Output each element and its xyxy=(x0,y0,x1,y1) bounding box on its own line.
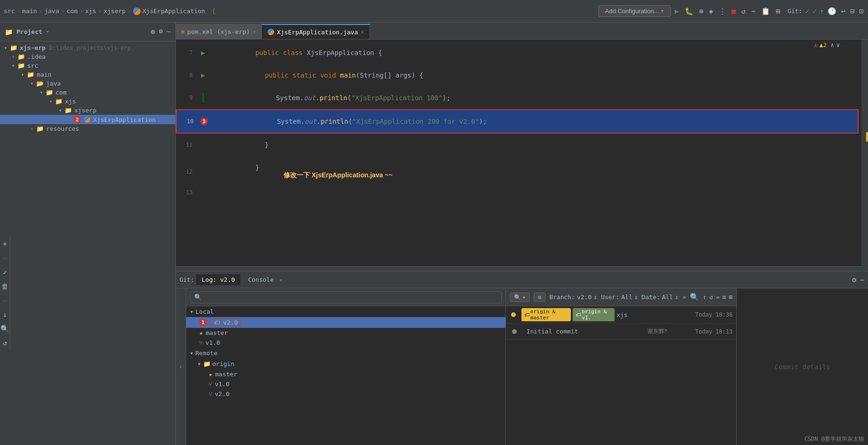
branch-master-local[interactable]: ★ master xyxy=(186,328,505,338)
commit-tags-1: 🏷 origin & master 🏷 origin & v1. xjs xyxy=(521,308,628,321)
java-tab-icon xyxy=(268,29,274,35)
run-gutter-7[interactable]: ▶ xyxy=(198,49,208,56)
tree-item-src[interactable]: ▾ 📁 src xyxy=(0,61,175,70)
action-check-icon[interactable]: ✓ xyxy=(3,268,7,277)
commits-prev-icon[interactable]: ↑ xyxy=(703,294,707,301)
tree-item-idea[interactable]: › 📁 .idea xyxy=(0,52,175,61)
collapse-sidebar-button[interactable]: ‹ xyxy=(176,288,186,445)
console-tab-close[interactable]: ✕ xyxy=(279,277,283,283)
action-add-icon[interactable]: + xyxy=(3,240,7,248)
breadcrumb-com[interactable]: com xyxy=(67,8,78,15)
filter-search-button[interactable]: 🔍 ▾ xyxy=(510,293,530,302)
breadcrumb-class[interactable]: XjsErpApplication xyxy=(133,8,205,15)
layout-icon[interactable]: ⊞ xyxy=(775,6,781,16)
git-check2-icon[interactable]: ✓ xyxy=(813,7,817,16)
commit-row-1[interactable]: 🏷 origin & master 🏷 origin & v1. xjs xyxy=(506,306,736,324)
action-search-icon[interactable]: 🔍 xyxy=(0,325,9,333)
run-icon[interactable]: ▶ xyxy=(674,6,680,16)
tree-item-xjserpapp[interactable]: 2 XjsErpApplication xyxy=(0,115,175,124)
action-delete-icon[interactable]: 🗑 xyxy=(1,282,8,291)
commit-row-2[interactable]: Initial commit 谢东辉* Today 18:13 xyxy=(506,324,736,340)
git-search-box[interactable]: 🔍 xyxy=(190,291,502,303)
tree-arrow-root: ▾ xyxy=(2,45,9,50)
tree-item-resources[interactable]: › 📁 resources xyxy=(0,124,175,133)
tree-item-xjs[interactable]: ▾ 📁 xjs xyxy=(0,97,175,106)
more2-icon[interactable]: ⋯ xyxy=(750,6,757,16)
warning-up-icon[interactable]: ∧ xyxy=(830,41,834,48)
more-icon[interactable]: ⋮ xyxy=(718,6,727,16)
breadcrumb-main[interactable]: main xyxy=(22,8,37,15)
breadcrumb-xjs[interactable]: xjs xyxy=(85,8,96,15)
branch-origin-master[interactable]: ★ master xyxy=(186,369,505,379)
breadcrumb-xjserp[interactable]: xjserp xyxy=(103,8,126,15)
branch-v2-0[interactable]: 1 🏷 v2.0 xyxy=(186,317,505,328)
commits-more-icon[interactable]: » xyxy=(716,294,720,301)
commits-undo-icon[interactable]: ↺ xyxy=(710,294,713,301)
git-copy-icon[interactable]: ⊟ xyxy=(849,6,855,16)
tree-item-xjserp[interactable]: ▾ 📁 xjserp xyxy=(0,106,175,115)
branch-origin-v2-0[interactable]: ⑂ v2.0 xyxy=(186,389,505,399)
branch-origin-v1-0[interactable]: ⑂ v1.0 xyxy=(186,379,505,389)
git-push-icon[interactable]: ↑ xyxy=(820,8,823,15)
date-filter-label: Date: xyxy=(642,294,660,301)
code-area[interactable]: 7 ▶ public class XjsErpApplication { 8 ▶… xyxy=(176,40,868,266)
commits-list-icon[interactable]: ≡ xyxy=(722,294,726,301)
sidebar-dropdown-icon[interactable]: ▾ xyxy=(46,29,49,35)
filter-settings-button[interactable]: ⚙ xyxy=(534,293,545,302)
date-filter-arrow[interactable]: ⇕ xyxy=(675,294,679,301)
origin-group-header[interactable]: ▾ 📁 origin xyxy=(186,358,505,369)
add-configuration-button[interactable]: Add Configuration... ▾ xyxy=(598,5,671,17)
tab-log[interactable]: Log: v2.0 xyxy=(196,274,240,285)
sidebar-close-icon[interactable]: — xyxy=(166,27,170,36)
tag-icon: 🏷 xyxy=(214,319,220,326)
date-filter-value[interactable]: All xyxy=(662,294,673,301)
debug-icon[interactable]: 🐛 xyxy=(684,6,694,16)
breadcrumb-src[interactable]: src xyxy=(4,8,15,15)
commits-grid-icon[interactable]: ⊞ xyxy=(729,294,733,301)
git-revert-icon[interactable]: ↩ xyxy=(840,6,846,16)
more-filters-icon[interactable]: » xyxy=(682,294,686,301)
profile-icon[interactable]: ◈ xyxy=(708,6,714,16)
user-filter-value[interactable]: All xyxy=(621,294,632,301)
tab-pom-close[interactable]: ✕ xyxy=(253,29,256,35)
remote-group-header[interactable]: ▾ Remote xyxy=(186,348,505,358)
bottom-settings-icon[interactable]: ⚙ xyxy=(852,276,856,284)
sidebar-settings-icon[interactable]: ⚙ xyxy=(159,27,163,36)
vcs-icon[interactable]: 📋 xyxy=(760,6,771,16)
tab-xjserp-java[interactable]: XjsErpApplication.java ✕ xyxy=(262,24,370,39)
code-line-12: 12 } 修改一下 XjsErpApplication.java ~~ xyxy=(176,156,859,187)
branch-v1-0-local[interactable]: ⑂ v1.0 xyxy=(186,338,505,348)
collapse-left-icon: ‹ xyxy=(179,363,182,370)
coverage-icon[interactable]: ⊕ xyxy=(698,6,704,16)
rerun-icon[interactable]: ↺ xyxy=(741,6,747,16)
run-gutter-8[interactable]: ▶ xyxy=(198,72,208,79)
action-refresh-icon[interactable]: ↺ xyxy=(3,339,7,347)
tab-console[interactable]: Console ✕ xyxy=(242,274,288,285)
bottom-minimize-icon[interactable]: — xyxy=(860,276,864,284)
tab-java-close[interactable]: ✕ xyxy=(361,29,364,35)
warning-down-icon[interactable]: ∨ xyxy=(836,41,840,48)
local-group-header[interactable]: ▾ Local xyxy=(186,306,505,317)
commits-search-icon[interactable]: 🔍 xyxy=(690,293,699,302)
stop-icon[interactable]: ■ xyxy=(731,6,737,16)
tree-arrow-src: ▾ xyxy=(9,63,17,68)
git-window-icon[interactable]: ⊡ xyxy=(858,6,864,16)
tree-item-java[interactable]: ▾ 📂 java xyxy=(0,79,175,88)
git-check-icon[interactable]: ✓ xyxy=(805,7,810,16)
action-fetch-icon[interactable]: ↓ xyxy=(3,310,7,319)
tree-item-main[interactable]: ▾ 📁 main xyxy=(0,70,175,79)
breadcrumb-java[interactable]: java xyxy=(44,8,59,15)
git-label: Git: xyxy=(788,8,802,15)
horizontal-scrollbar[interactable] xyxy=(176,266,868,271)
sidebar-add-icon[interactable]: ⊕ xyxy=(150,27,155,36)
origin-folder-icon: 📁 xyxy=(203,360,211,367)
navigate-icon[interactable]: ⟨ xyxy=(212,7,216,16)
tree-item-root[interactable]: ▾ 📁 xjs-erp D:\idea_projects\xjs-erp xyxy=(0,43,175,52)
tab-pom-xml[interactable]: m pom.xml (xjs-erp) ✕ xyxy=(176,24,262,39)
main-layout: 📁 Project ▾ ⊕ ⚙ — ▾ 📁 xjs-erp D:\idea_pr… xyxy=(0,23,868,445)
tree-item-com[interactable]: ▾ 📁 com xyxy=(0,88,175,97)
branch-filter-value[interactable]: v2.0 xyxy=(577,294,592,301)
user-filter-arrow[interactable]: ⇕ xyxy=(634,294,638,301)
branch-filter-arrow[interactable]: ⇕ xyxy=(593,294,597,301)
git-history-icon[interactable]: 🕐 xyxy=(827,6,837,16)
